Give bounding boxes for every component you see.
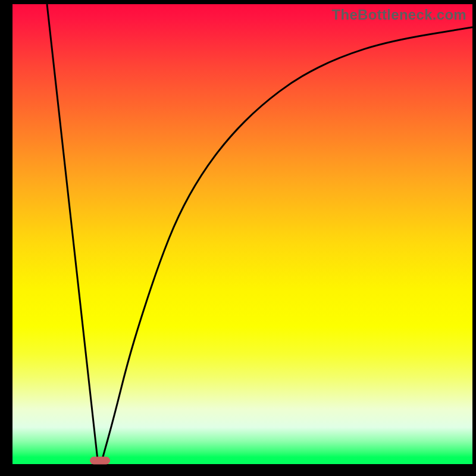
plot-area: TheBottleneck.com [12, 4, 472, 464]
bottleneck-curve [12, 4, 472, 464]
optimal-point-marker [90, 456, 110, 464]
chart-frame: TheBottleneck.com [0, 0, 476, 476]
watermark-text: TheBottleneck.com [332, 7, 466, 23]
